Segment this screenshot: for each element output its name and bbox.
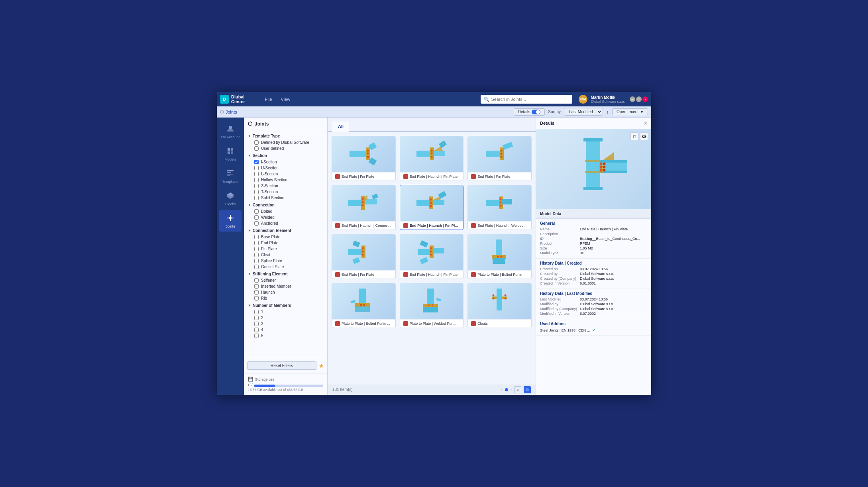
minimize-button[interactable]: ─ bbox=[630, 96, 635, 102]
filter-item-stiffener[interactable]: Stiffener bbox=[245, 277, 326, 283]
checkbox-inserted-member[interactable] bbox=[254, 284, 259, 289]
filter-section-section-header[interactable]: ▼ Section bbox=[245, 152, 326, 159]
checkbox-num-2[interactable] bbox=[254, 316, 259, 320]
maximize-button[interactable]: □ bbox=[636, 96, 642, 102]
filter-item-fin-plate[interactable]: Fin Plate bbox=[245, 246, 326, 252]
sidebar-item-joints[interactable]: Joints bbox=[219, 210, 242, 232]
checkbox-solid-section[interactable] bbox=[254, 196, 259, 200]
grid-card-ep-haunch-finpl[interactable]: End Plate | Haunch | Fin Pl... bbox=[400, 185, 464, 230]
grid-card-ep-fin[interactable]: End Plate | Fin Plate bbox=[332, 136, 396, 181]
pagination-prev[interactable]: ‹ bbox=[501, 387, 502, 392]
filter-item-num-1[interactable]: 1 bbox=[245, 309, 326, 315]
filter-item-inserted-member[interactable]: Inserted Member bbox=[245, 283, 326, 289]
checkbox-user-defined[interactable] bbox=[254, 146, 259, 151]
grid-card-ep-fin2[interactable]: End Plate | Fin Plate bbox=[467, 136, 532, 181]
checkbox-defined-by-dlubal[interactable] bbox=[254, 140, 259, 145]
filter-section-connection-header[interactable]: ▼ Connection bbox=[245, 202, 326, 208]
filter-section-connection-element-header[interactable]: ▼ Connection Element bbox=[245, 227, 326, 234]
menu-file[interactable]: File bbox=[261, 95, 276, 103]
checkbox-num-4[interactable] bbox=[254, 328, 259, 332]
filter-item-gusset-plate[interactable]: Gusset Plate bbox=[245, 264, 326, 270]
filter-item-welded[interactable]: Welded bbox=[245, 214, 326, 220]
checkbox-anchored[interactable] bbox=[254, 221, 259, 226]
filter-item-rib[interactable]: Rib bbox=[245, 295, 326, 301]
open-recent-button[interactable]: Open recent ▼ bbox=[612, 108, 648, 115]
filter-item-num-5[interactable]: 5 bbox=[245, 333, 326, 339]
grid-card-ep-haunch-fin[interactable]: End Plate | Haunch | Fin Plate bbox=[400, 136, 464, 181]
checkbox-i-section[interactable] bbox=[254, 160, 259, 164]
pagination-next[interactable]: › bbox=[511, 387, 512, 392]
grid-card-ep-haunch-weld[interactable]: End Plate | Haunch | Welded ... bbox=[467, 185, 532, 230]
preview-view-icon-1[interactable]: ◻ bbox=[630, 132, 638, 140]
sort-select[interactable]: Last Modified bbox=[564, 108, 603, 116]
checkbox-fin-plate[interactable] bbox=[254, 247, 259, 251]
filter-section-stiffening-element-header[interactable]: ▼ Stiffening Element bbox=[245, 271, 326, 277]
checkbox-z-section[interactable] bbox=[254, 184, 259, 188]
sidebar-item-my-account[interactable]: My Account bbox=[219, 121, 242, 142]
sort-order-icon[interactable]: ↑ bbox=[606, 109, 609, 115]
checkbox-end-plate[interactable] bbox=[254, 241, 259, 245]
card-img-ep-fin2 bbox=[468, 136, 531, 172]
checkbox-hollow-section[interactable] bbox=[254, 178, 259, 182]
checkbox-welded[interactable] bbox=[254, 215, 259, 220]
checkbox-cleat[interactable] bbox=[254, 253, 259, 257]
filter-item-splice-plate[interactable]: Splice Plate bbox=[245, 258, 326, 264]
grid-card-ep-haunch-fin2[interactable]: End Plate | Haunch | Fin Plate bbox=[400, 234, 464, 279]
filter-section-template-type-header[interactable]: ▼ Template Type bbox=[245, 133, 326, 139]
filter-item-hollow-section[interactable]: Hollow Section bbox=[245, 177, 326, 183]
grid-card-plate-bolted-purlin2[interactable]: Plate to Plate | Bolted Purlin ... bbox=[332, 283, 396, 328]
filter-item-z-section[interactable]: Z-Section bbox=[245, 183, 326, 189]
filter-item-haunch[interactable]: Haunch bbox=[245, 289, 326, 295]
card-label-plate-bolted-purlin2: Plate to Plate | Bolted Purlin ... bbox=[332, 319, 395, 328]
grid-card-plate-welded-purlin[interactable]: Plate to Plate | Welded Purl... bbox=[400, 283, 464, 328]
grid-card-ep-haunch-conn[interactable]: End Plate | Haunch | Connec... bbox=[332, 185, 396, 230]
details-toggle[interactable]: Details bbox=[514, 108, 545, 116]
filter-item-num-4[interactable]: 4 bbox=[245, 327, 326, 333]
filter-item-cleat[interactable]: Cleat bbox=[245, 252, 326, 258]
checkbox-haunch[interactable] bbox=[254, 290, 259, 295]
reset-filters-button[interactable]: Reset Filters bbox=[247, 361, 316, 370]
checkbox-t-section[interactable] bbox=[254, 190, 259, 194]
filter-item-num-3[interactable]: 3 bbox=[245, 321, 326, 327]
filter-item-defined-by-dlubal[interactable]: Defined by Dlubal Software bbox=[245, 139, 326, 145]
checkbox-stiffener[interactable] bbox=[254, 278, 259, 283]
filter-item-anchored[interactable]: Anchored bbox=[245, 220, 326, 226]
search-input[interactable] bbox=[491, 97, 569, 102]
checkbox-u-section[interactable] bbox=[254, 166, 259, 170]
sidebar-item-models[interactable]: Models bbox=[219, 143, 242, 165]
grid-card-plate-bolted-purlin[interactable]: Plate to Plate | Bolted Purlin bbox=[467, 234, 532, 279]
filter-item-t-section[interactable]: T-Section bbox=[245, 189, 326, 195]
grid-card-cleats[interactable]: Cleats bbox=[467, 283, 532, 328]
checkbox-num-1[interactable] bbox=[254, 310, 259, 314]
checkbox-num-5[interactable] bbox=[254, 334, 259, 338]
view-grid-button[interactable]: ⊞ bbox=[524, 386, 531, 393]
checkbox-num-3[interactable] bbox=[254, 322, 259, 326]
filter-item-end-plate[interactable]: End Plate bbox=[245, 240, 326, 246]
sidebar-item-templates[interactable]: Templates bbox=[219, 165, 242, 187]
filter-item-bolted[interactable]: Bolted bbox=[245, 208, 326, 214]
menu-view[interactable]: View bbox=[277, 95, 295, 103]
checkbox-bolted[interactable] bbox=[254, 209, 259, 214]
grid-card-ep-fin3[interactable]: End Plate | Fin Plate bbox=[332, 234, 396, 279]
filter-item-num-2[interactable]: 2 bbox=[245, 315, 326, 321]
checkbox-l-section[interactable] bbox=[254, 172, 259, 176]
favorites-icon[interactable]: ★ bbox=[319, 363, 324, 369]
filter-item-l-section[interactable]: L-Section bbox=[245, 171, 326, 177]
models-icon bbox=[226, 146, 235, 156]
checkbox-rib[interactable] bbox=[254, 296, 259, 300]
tab-all[interactable]: All bbox=[332, 122, 349, 132]
filter-item-user-defined[interactable]: User-defined bbox=[245, 145, 326, 151]
sidebar-item-blocks[interactable]: Blocks bbox=[219, 188, 242, 209]
close-button[interactable]: × bbox=[642, 96, 648, 102]
view-list-button[interactable]: ≡ bbox=[514, 386, 521, 393]
filter-section-num-members-header[interactable]: ▼ Number of Members bbox=[245, 302, 326, 309]
filter-item-solid-section[interactable]: Solid Section bbox=[245, 195, 326, 201]
checkbox-base-plate[interactable] bbox=[254, 235, 259, 239]
filter-item-i-section[interactable]: I-Section bbox=[245, 159, 326, 165]
filter-item-u-section[interactable]: U-Section bbox=[245, 165, 326, 171]
preview-view-icon-2[interactable]: 🖼 bbox=[640, 132, 648, 140]
filter-item-base-plate[interactable]: Base Plate bbox=[245, 234, 326, 240]
checkbox-splice-plate[interactable] bbox=[254, 259, 259, 263]
checkbox-gusset-plate[interactable] bbox=[254, 265, 259, 269]
details-close-icon[interactable]: × bbox=[644, 120, 647, 126]
